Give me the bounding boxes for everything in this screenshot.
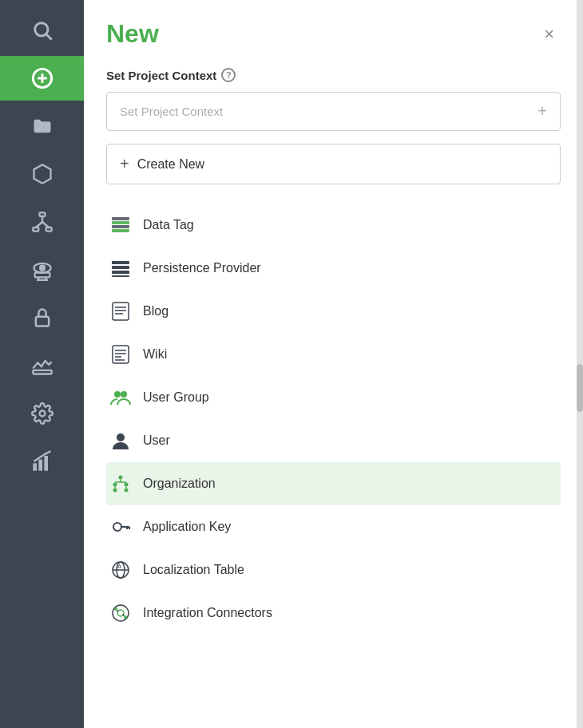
list-item-label: Organization	[143, 477, 216, 491]
svg-point-20	[39, 411, 45, 417]
list-item-integration-connectors[interactable]: Integration Connectors	[106, 592, 561, 635]
sidebar-item-chart[interactable]	[0, 439, 84, 484]
localization-icon: A	[109, 559, 132, 581]
key-icon	[109, 516, 132, 538]
sidebar-item-search[interactable]	[0, 8, 84, 53]
svg-point-68	[124, 615, 127, 619]
list-item-label: Application Key	[143, 520, 231, 534]
list-item-label: Wiki	[143, 347, 167, 362]
svg-rect-8	[46, 228, 51, 231]
list-item-label: Localization Table	[143, 563, 244, 577]
list-item-label: Data Tag	[143, 218, 194, 232]
data-tag-icon	[109, 214, 132, 236]
svg-rect-24	[112, 217, 129, 220]
svg-marker-5	[34, 164, 50, 183]
scrollbar-thumb[interactable]	[577, 364, 583, 412]
blog-icon	[109, 300, 132, 322]
svg-point-45	[119, 476, 123, 480]
sidebar-item-hexagon[interactable]	[0, 152, 84, 196]
svg-rect-27	[112, 229, 129, 232]
svg-rect-30	[112, 266, 129, 269]
sidebar-item-settings[interactable]	[0, 391, 84, 436]
list-item-wiki[interactable]: Wiki	[106, 333, 561, 376]
create-new-button[interactable]: + Create New	[106, 144, 561, 184]
svg-line-1	[46, 34, 51, 39]
persistence-icon	[109, 257, 132, 279]
list-item-user[interactable]: User	[106, 419, 561, 462]
sidebar-item-lock[interactable]	[0, 295, 84, 340]
svg-rect-25	[112, 221, 129, 224]
context-input[interactable]: Set Project Context +	[106, 92, 561, 131]
panel: New × Set Project Context ? Set Project …	[84, 0, 583, 728]
list-item-data-tag[interactable]: Data Tag	[106, 204, 561, 247]
svg-rect-29	[112, 261, 115, 264]
wiki-icon	[109, 343, 132, 366]
svg-rect-7	[33, 228, 38, 231]
svg-line-10	[35, 222, 42, 228]
sidebar-item-folder[interactable]	[0, 104, 84, 148]
close-button[interactable]: ×	[537, 22, 561, 46]
list-item-label: Integration Connectors	[143, 606, 272, 620]
context-add-icon[interactable]: +	[537, 102, 547, 121]
scrollbar-track[interactable]	[577, 0, 583, 728]
list-item-label: Blog	[143, 304, 169, 318]
list-item-label: User	[143, 433, 170, 448]
sidebar-item-add[interactable]	[0, 56, 84, 101]
help-icon[interactable]: ?	[221, 68, 236, 82]
svg-point-65	[113, 605, 129, 621]
svg-point-53	[113, 489, 117, 493]
svg-rect-21	[33, 463, 37, 470]
section-label: Set Project Context ?	[106, 68, 561, 82]
list-item-user-group[interactable]: User Group	[106, 376, 561, 419]
svg-rect-31	[112, 271, 129, 274]
list-item-localization-table[interactable]: A Localization Table	[106, 548, 561, 592]
list-item-label: Persistence Provider	[143, 261, 261, 275]
svg-rect-26	[112, 225, 129, 228]
svg-rect-6	[39, 212, 45, 216]
svg-line-11	[42, 222, 49, 228]
integration-icon	[109, 602, 132, 624]
list-item-label: User Group	[143, 390, 209, 405]
svg-point-44	[117, 433, 125, 441]
user-group-icon	[109, 386, 132, 409]
items-list: Data Tag Persistence Provider	[106, 204, 561, 635]
list-item-application-key[interactable]: Application Key	[106, 505, 561, 548]
main-content: New × Set Project Context ? Set Project …	[84, 0, 583, 728]
sidebar-item-network[interactable]	[0, 200, 84, 244]
panel-header: New ×	[106, 19, 561, 49]
context-placeholder: Set Project Context	[120, 105, 223, 118]
svg-rect-23	[44, 456, 48, 471]
svg-rect-33	[113, 303, 129, 320]
svg-point-47	[125, 483, 129, 487]
svg-rect-19	[33, 370, 51, 374]
svg-rect-18	[35, 317, 48, 326]
user-icon	[109, 429, 132, 452]
panel-title: New	[106, 19, 159, 49]
sidebar-item-activity[interactable]	[0, 343, 84, 388]
svg-rect-22	[38, 460, 42, 471]
create-new-label: Create New	[137, 157, 204, 172]
svg-point-43	[121, 391, 127, 398]
sidebar	[0, 0, 84, 728]
svg-point-13	[40, 266, 45, 271]
svg-rect-32	[112, 275, 129, 277]
list-item-persistence-provider[interactable]: Persistence Provider	[106, 247, 561, 290]
sidebar-item-monitor[interactable]	[0, 247, 84, 292]
svg-point-46	[113, 483, 117, 487]
organization-icon	[109, 473, 132, 495]
svg-point-0	[34, 23, 47, 36]
svg-point-67	[114, 607, 117, 611]
list-item-blog[interactable]: Blog	[106, 290, 561, 333]
svg-point-54	[125, 489, 129, 493]
create-new-plus-icon: +	[120, 155, 129, 173]
svg-point-57	[113, 523, 121, 531]
svg-point-42	[114, 391, 121, 398]
svg-rect-14	[34, 273, 50, 278]
svg-text:A: A	[117, 563, 122, 570]
list-item-organization[interactable]: Organization	[106, 462, 561, 505]
